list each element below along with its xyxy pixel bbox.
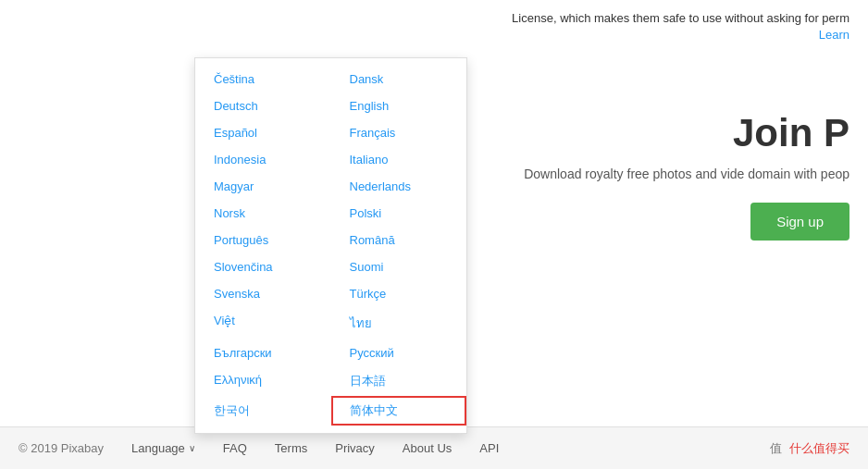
footer-api-link[interactable]: API (479, 441, 499, 455)
chevron-down-icon: ∨ (189, 443, 195, 453)
language-option[interactable]: Magyar (195, 173, 331, 200)
language-option[interactable]: Svenska (195, 280, 331, 307)
language-option[interactable]: Български (195, 339, 331, 366)
language-option[interactable]: English (331, 93, 467, 119)
language-label: Language (131, 441, 185, 455)
join-subtitle: Download royalty free photos and vide do… (442, 165, 849, 184)
language-option[interactable]: Nederlands (331, 173, 467, 200)
language-option[interactable]: Slovenčina (195, 253, 331, 280)
zhidao-logo: 什么值得买 (789, 440, 849, 457)
footer-language-selector[interactable]: Language ∨ (131, 441, 195, 455)
footer-about-link[interactable]: About Us (403, 441, 452, 455)
language-option[interactable]: Română (331, 227, 467, 253)
language-option[interactable]: Ελληνική (195, 366, 331, 396)
footer-right-brand: 值 什么值得买 (770, 440, 849, 457)
page-background: License, which makes them safe to use wi… (0, 0, 868, 469)
language-option[interactable]: Indonesia (195, 146, 331, 173)
footer-terms-link[interactable]: Terms (275, 441, 307, 455)
language-option[interactable]: Español (195, 119, 331, 146)
language-option[interactable]: Dansk (331, 66, 467, 93)
language-option[interactable]: Türkçe (331, 280, 467, 307)
join-section: Join P Download royalty free photos and … (442, 111, 868, 241)
footer-copyright: © 2019 Pixabay (19, 441, 104, 455)
language-option[interactable]: Русский (331, 339, 467, 366)
language-dropdown: ČeštinaDanskDeutschEnglishEspañolFrançai… (194, 57, 467, 434)
join-title: Join P (442, 111, 849, 155)
language-option[interactable]: Deutsch (195, 93, 331, 119)
language-option[interactable]: Português (195, 227, 331, 253)
language-option[interactable]: Čeština (195, 66, 331, 93)
language-option[interactable]: 简体中文 (331, 396, 467, 426)
footer-faq-link[interactable]: FAQ (223, 441, 247, 455)
language-option[interactable]: Suomi (331, 253, 467, 280)
language-option[interactable]: Italiano (331, 146, 467, 173)
language-option[interactable]: Français (331, 119, 467, 146)
language-option[interactable]: Norsk (195, 200, 331, 227)
language-grid: ČeštinaDanskDeutschEnglishEspañolFrançai… (195, 66, 466, 426)
brand-text: 值 (770, 440, 782, 457)
language-option[interactable]: 한국어 (195, 396, 331, 426)
language-option[interactable]: Polski (331, 200, 467, 227)
signup-button[interactable]: Sign up (750, 203, 849, 241)
language-option[interactable]: 日本語 (331, 366, 467, 396)
learn-link[interactable]: Learn (512, 28, 849, 42)
language-option[interactable]: ไทย (331, 307, 467, 339)
license-text: License, which makes them safe to use wi… (512, 9, 849, 28)
language-option[interactable]: Việt (195, 307, 331, 339)
top-right-content: License, which makes them safe to use wi… (493, 0, 868, 51)
footer-privacy-link[interactable]: Privacy (335, 441, 375, 455)
